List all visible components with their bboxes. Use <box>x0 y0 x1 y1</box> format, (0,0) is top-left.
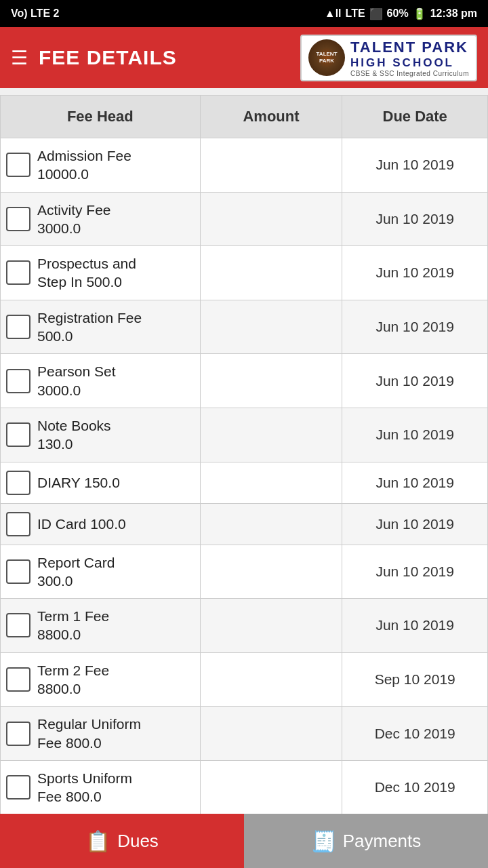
fee-head-cell-4: Registration Fee500.0 <box>1 300 201 354</box>
fee-checkbox-2[interactable] <box>6 207 30 231</box>
fee-checkbox-7[interactable] <box>6 471 30 495</box>
due-date-cell-13: Dec 10 2019 <box>342 760 488 814</box>
amount-cell-9 <box>200 545 342 599</box>
due-date-cell-5: Jun 10 2019 <box>342 354 488 408</box>
fee-name-2: Activity Fee3000.0 <box>37 201 111 238</box>
battery-icon: 🔋 <box>413 7 426 20</box>
fee-checkbox-5[interactable] <box>6 369 30 393</box>
fee-head-cell-8: ID Card 100.0 <box>1 503 201 545</box>
amount-cell-3 <box>200 246 342 300</box>
page-title: FEE DETAILS <box>39 46 177 69</box>
fee-head-cell-9: Report Card300.0 <box>1 545 201 599</box>
fee-name-5: Pearson Set3000.0 <box>37 362 116 399</box>
fee-name-1: Admission Fee10000.0 <box>37 146 131 184</box>
amount-cell-2 <box>200 192 342 246</box>
table-row: Note Books130.0Jun 10 2019 <box>1 408 488 462</box>
fee-name-9: Report Card300.0 <box>37 553 115 591</box>
due-date-cell-8: Jun 10 2019 <box>342 503 488 545</box>
school-logo: TALENTPARK TALENT PARK HIGH SCHOOL CBSE … <box>300 35 477 81</box>
table-row: Prospectus andStep In 500.0Jun 10 2019 <box>1 246 488 300</box>
carrier-info: Vo) LTE 2 <box>11 7 59 20</box>
dues-icon: 📋 <box>85 829 110 853</box>
fee-head-cell-11: Term 2 Fee8800.0 <box>1 652 201 707</box>
fee-name-4: Registration Fee500.0 <box>37 309 142 346</box>
fee-checkbox-10[interactable] <box>6 613 30 637</box>
table-row: Activity Fee3000.0Jun 10 2019 <box>1 192 488 246</box>
app-header: ☰ FEE DETAILS TALENTPARK TALENT PARK HIG… <box>0 27 488 88</box>
fee-name-7: DIARY 150.0 <box>37 473 120 492</box>
due-date-cell-4: Jun 10 2019 <box>342 300 488 354</box>
amount-cell-5 <box>200 354 342 408</box>
fee-checkbox-6[interactable] <box>6 422 30 447</box>
fee-checkbox-3[interactable] <box>6 260 30 285</box>
bottom-navigation: 📋 Dues 🧾 Payments <box>0 814 488 868</box>
wifi-icon: ⬛ <box>369 7 383 20</box>
school-name-box: TALENT PARK HIGH SCHOOL CBSE & SSC Integ… <box>350 39 469 77</box>
amount-cell-1 <box>200 138 342 193</box>
table-row: Registration Fee500.0Jun 10 2019 <box>1 300 488 354</box>
fee-checkbox-8[interactable] <box>6 512 30 536</box>
payments-label: Payments <box>343 831 422 852</box>
due-date-cell-2: Jun 10 2019 <box>342 192 488 246</box>
amount-cell-13 <box>200 760 342 814</box>
table-row: Pearson Set3000.0Jun 10 2019 <box>1 354 488 408</box>
school-tagline: CBSE & SSC Integrated Curriculum <box>350 70 469 77</box>
due-date-cell-12: Dec 10 2019 <box>342 707 488 761</box>
col-header-fee-head: Fee Head <box>1 96 201 138</box>
amount-cell-8 <box>200 503 342 545</box>
signal-icon: ▲ll <box>325 7 342 20</box>
fee-head-cell-7: DIARY 150.0 <box>1 462 201 503</box>
due-date-cell-1: Jun 10 2019 <box>342 138 488 193</box>
table-row: Term 2 Fee8800.0Sep 10 2019 <box>1 652 488 707</box>
amount-cell-12 <box>200 707 342 761</box>
col-header-due-date: Due Date <box>342 96 488 138</box>
time: 12:38 pm <box>430 7 477 20</box>
fee-head-cell-10: Term 1 Fee8800.0 <box>1 599 201 653</box>
fee-name-6: Note Books130.0 <box>37 416 111 454</box>
fee-head-cell-2: Activity Fee3000.0 <box>1 192 201 246</box>
fee-head-cell-12: Regular UniformFee 800.0 <box>1 707 201 761</box>
logo-emblem: TALENTPARK <box>308 39 345 76</box>
battery-text: 60% <box>387 7 409 20</box>
fee-table: Fee Head Amount Due Date Admission Fee10… <box>0 95 488 815</box>
amount-cell-7 <box>200 462 342 503</box>
table-row: Regular UniformFee 800.0Dec 10 2019 <box>1 707 488 761</box>
table-row: DIARY 150.0Jun 10 2019 <box>1 462 488 503</box>
fee-head-cell-1: Admission Fee10000.0 <box>1 138 201 193</box>
fee-checkbox-4[interactable] <box>6 315 30 339</box>
nav-payments[interactable]: 🧾 Payments <box>244 814 488 868</box>
fee-checkbox-9[interactable] <box>6 559 30 584</box>
amount-cell-4 <box>200 300 342 354</box>
fee-checkbox-11[interactable] <box>6 667 30 692</box>
fee-table-container: Fee Head Amount Due Date Admission Fee10… <box>0 95 488 815</box>
dues-label: Dues <box>117 831 159 852</box>
fee-name-12: Regular UniformFee 800.0 <box>37 715 141 752</box>
table-row: Report Card300.0Jun 10 2019 <box>1 545 488 599</box>
due-date-cell-9: Jun 10 2019 <box>342 545 488 599</box>
amount-cell-11 <box>200 652 342 707</box>
table-row: Admission Fee10000.0Jun 10 2019 <box>1 138 488 193</box>
amount-cell-10 <box>200 599 342 653</box>
due-date-cell-6: Jun 10 2019 <box>342 408 488 462</box>
fee-name-11: Term 2 Fee8800.0 <box>37 661 109 698</box>
school-name-line2: HIGH SCHOOL <box>350 56 469 70</box>
fee-head-cell-13: Sports UniformFee 800.0 <box>1 760 201 814</box>
table-row: ID Card 100.0Jun 10 2019 <box>1 503 488 545</box>
school-name-line1: TALENT PARK <box>350 39 469 56</box>
table-header-row: Fee Head Amount Due Date <box>1 96 488 138</box>
menu-icon[interactable]: ☰ <box>11 47 28 69</box>
payments-icon: 🧾 <box>311 829 336 853</box>
fee-checkbox-12[interactable] <box>6 722 30 746</box>
fee-head-cell-3: Prospectus andStep In 500.0 <box>1 246 201 300</box>
fee-head-cell-6: Note Books130.0 <box>1 408 201 462</box>
fee-name-8: ID Card 100.0 <box>37 515 126 533</box>
table-row: Sports UniformFee 800.0Dec 10 2019 <box>1 760 488 814</box>
due-date-cell-10: Jun 10 2019 <box>342 599 488 653</box>
fee-checkbox-13[interactable] <box>6 775 30 800</box>
due-date-cell-11: Sep 10 2019 <box>342 652 488 707</box>
nav-dues[interactable]: 📋 Dues <box>0 814 244 868</box>
amount-cell-6 <box>200 408 342 462</box>
fee-head-cell-5: Pearson Set3000.0 <box>1 354 201 408</box>
fee-checkbox-1[interactable] <box>6 153 30 177</box>
due-date-cell-7: Jun 10 2019 <box>342 462 488 503</box>
